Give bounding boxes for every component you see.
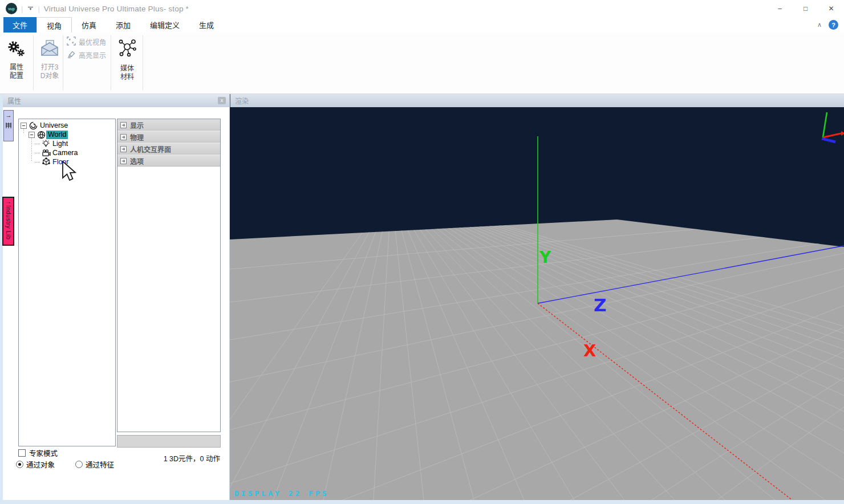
by-object-radio[interactable] <box>16 461 23 468</box>
open-envelope-icon <box>39 39 60 60</box>
highlighter-icon <box>67 50 76 60</box>
y-axis-label: Y <box>539 248 551 267</box>
tab-generate[interactable]: 生成 <box>189 17 224 32</box>
render-viewport-title: 渲染 <box>235 96 249 105</box>
panel-close-icon[interactable]: x <box>218 97 226 104</box>
industry-lib-arrow-icon: → <box>6 198 11 205</box>
expand-icon[interactable] <box>120 134 127 140</box>
expand-icon[interactable] <box>120 158 127 164</box>
by-feature-radio[interactable] <box>75 461 83 468</box>
quick-access-dropdown-icon[interactable]: ▼ <box>27 7 34 11</box>
collapse-toggle-icon[interactable] <box>29 132 35 138</box>
expert-mode-label: 专家模式 <box>29 448 58 458</box>
tree-item-light[interactable]: Light <box>19 139 115 148</box>
titlebar-separator: | <box>21 5 23 13</box>
industry-lib-label: Industry Lib <box>5 205 12 239</box>
section-display[interactable]: 显示 <box>117 119 220 131</box>
section-hmi[interactable]: 人机交互界面 <box>117 143 220 155</box>
properties-panel-title: 属性 <box>7 96 21 105</box>
collapse-toggle-icon[interactable] <box>21 123 27 129</box>
gears-icon <box>7 39 26 60</box>
ribbon-tab-row: 文件 视角 仿真 添加 编辑定义 生成 ∧ ? <box>0 17 844 32</box>
tree-item-universe[interactable]: Universe <box>19 121 115 130</box>
collapse-ribbon-icon[interactable]: ∧ <box>817 21 822 29</box>
light-icon <box>41 140 51 148</box>
property-sections: 显示 物理 人机交互界面 选项 <box>117 119 221 432</box>
mouse-cursor <box>62 161 79 187</box>
by-feature-label: 通过特征 <box>86 459 114 470</box>
molecule-icon <box>117 39 137 61</box>
help-icon[interactable]: ? <box>829 20 838 30</box>
best-view-button[interactable]: 最优视角 <box>67 36 106 48</box>
x-axis-label: X <box>583 341 596 360</box>
render-viewport-header: 渲染 <box>230 94 844 107</box>
open-3d-object-button[interactable]: 打开3 D对象 <box>35 35 64 91</box>
z-axis-label: Z <box>594 295 606 315</box>
universe-icon <box>29 121 38 130</box>
window-title: Virtual Universe Pro Ultimate Plus- stop… <box>44 5 189 13</box>
status-bar-box <box>117 435 221 448</box>
dock-mini-toolbar: → <box>3 110 14 141</box>
render-viewport: 渲染 Y Z X DISPLAY 22 FPS <box>230 94 844 500</box>
floor-plane <box>230 220 844 500</box>
dock-arrow-icon[interactable]: → <box>6 112 12 119</box>
expand-icon[interactable] <box>120 146 127 152</box>
expand-icon[interactable] <box>120 122 127 128</box>
app-logo: vup <box>6 3 17 14</box>
world-icon <box>36 131 46 139</box>
industry-lib-tab[interactable]: → Industry Lib <box>2 197 14 246</box>
minimize-button[interactable]: – <box>767 0 793 17</box>
floor-icon <box>41 157 51 166</box>
tab-edit-definition[interactable]: 编辑定义 <box>140 17 189 32</box>
by-object-label: 通过对象 <box>26 459 55 470</box>
section-physics[interactable]: 物理 <box>117 131 220 143</box>
maximize-button[interactable]: □ <box>793 0 818 17</box>
render-3d-canvas[interactable]: Y Z X DISPLAY 22 FPS <box>230 107 844 500</box>
highlight-display-button[interactable]: 高亮显示 <box>67 49 106 61</box>
dock-grid-icon[interactable] <box>5 121 12 131</box>
properties-panel: 属性 x → → Industry Lib Universe <box>3 94 230 500</box>
tree-item-world[interactable]: World <box>19 130 115 139</box>
section-options[interactable]: 选项 <box>117 155 220 167</box>
element-count-status: 1 3D元件，0 动作 <box>164 453 220 464</box>
tab-add[interactable]: 添加 <box>106 17 140 32</box>
tab-file[interactable]: 文件 <box>3 17 36 32</box>
media-materials-button[interactable]: 媒体 材料 <box>113 35 141 91</box>
fps-counter: DISPLAY 22 FPS <box>234 489 329 498</box>
window-edge <box>0 500 844 504</box>
titlebar-separator: | <box>38 5 39 13</box>
properties-panel-header: 属性 x <box>3 94 229 107</box>
expert-mode-checkbox[interactable] <box>18 449 26 457</box>
camera-icon <box>41 149 51 157</box>
title-bar: vup | ▼ | Virtual Universe Pro Ultimate … <box>0 0 844 17</box>
properties-config-button[interactable]: 属性 配置 <box>2 35 31 91</box>
selection-mode-row: 通过对象 通过特征 <box>16 459 114 470</box>
tree-item-camera[interactable]: Camera <box>19 148 115 157</box>
close-button[interactable]: ✕ <box>818 0 844 17</box>
fit-view-icon <box>67 36 76 47</box>
tab-simulation[interactable]: 仿真 <box>72 17 106 32</box>
ribbon: 属性 配置 打开3 D对象 <box>0 32 844 94</box>
expert-mode-row: 专家模式 <box>18 448 58 458</box>
tab-view[interactable]: 视角 <box>36 17 72 32</box>
